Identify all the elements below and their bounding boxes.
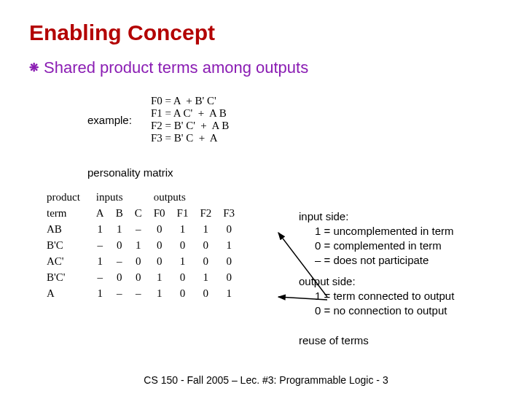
col-header-product: product: [47, 189, 90, 205]
col-header: F1: [171, 205, 195, 221]
matrix-cell: 0: [171, 237, 195, 253]
input-side-line: – = does not participate: [315, 253, 517, 268]
matrix-cell: 1: [90, 253, 110, 269]
slide-footer: CS 150 - Fall 2005 – Lec. #3: Programmab…: [0, 374, 532, 386]
matrix-cell: 0: [129, 253, 148, 269]
output-side-line: 1 = term connected to output: [315, 289, 517, 303]
term-cell: B'C: [47, 237, 90, 253]
matrix-cell: 1: [90, 285, 110, 301]
matrix-cell: 0: [194, 237, 217, 253]
personality-matrix-label: personality matrix: [87, 166, 503, 179]
equation-line: F2 = B' C' + A B: [151, 120, 229, 132]
matrix-cell: 1: [129, 237, 148, 253]
matrix-cell: 1: [217, 285, 240, 301]
matrix-cell: 0: [171, 285, 195, 301]
example-block: example: F0 = A + B' C' F1 = A C' + A B …: [87, 95, 503, 144]
matrix-cell: 0: [194, 285, 217, 301]
equations: F0 = A + B' C' F1 = A C' + A B F2 = B' C…: [151, 95, 229, 144]
matrix-cell: 1: [110, 221, 129, 237]
matrix-cell: –: [110, 285, 129, 301]
col-header: F3: [217, 205, 240, 221]
input-side-line: 1 = uncomplemented in term: [315, 224, 517, 239]
col-header: A: [90, 205, 110, 221]
col-header: C: [129, 205, 148, 221]
table-row: AC'1–00100: [47, 253, 240, 269]
matrix-cell: –: [129, 285, 148, 301]
matrix-cell: 1: [148, 269, 171, 285]
matrix-cell: 1: [148, 285, 171, 301]
table-row: B'C–010001: [47, 237, 240, 253]
example-label: example:: [87, 114, 132, 126]
equation-line: F3 = B' C + A: [151, 132, 229, 144]
equation-line: F0 = A + B' C': [151, 95, 229, 107]
matrix-cell: –: [90, 269, 110, 285]
col-header: F0: [148, 205, 171, 221]
col-group-outputs: outputs: [148, 189, 240, 205]
personality-matrix-table: product inputs outputs term A B C F0 F1 …: [47, 189, 240, 301]
matrix-cell: 1: [171, 253, 195, 269]
bullet-glyph-icon: ❋: [29, 63, 39, 73]
bullet-row: ❋ Shared product terms among outputs: [29, 58, 503, 77]
matrix-cell: 0: [217, 221, 240, 237]
matrix-cell: 1: [90, 221, 110, 237]
matrix-cell: –: [90, 237, 110, 253]
col-header: F2: [194, 205, 217, 221]
term-cell: AB: [47, 221, 90, 237]
col-header: B: [110, 205, 129, 221]
matrix-cell: 0: [148, 221, 171, 237]
col-header-term: term: [47, 205, 90, 221]
matrix-cell: –: [129, 221, 148, 237]
term-cell: A: [47, 285, 90, 301]
equation-line: F1 = A C' + A B: [151, 107, 229, 120]
matrix-cell: 0: [129, 269, 148, 285]
col-group-inputs: inputs: [90, 189, 148, 205]
term-cell: AC': [47, 253, 90, 269]
matrix-cell: 0: [148, 253, 171, 269]
matrix-cell: 1: [194, 269, 217, 285]
matrix-cell: 0: [110, 237, 129, 253]
output-side-line: 0 = no connection to output: [315, 303, 517, 318]
matrix-cell: 1: [217, 237, 240, 253]
matrix-cell: 1: [194, 221, 217, 237]
output-side-header: output side:: [299, 275, 517, 287]
matrix-cell: 0: [171, 269, 195, 285]
table-row: B'C'–001010: [47, 269, 240, 285]
matrix-cell: 0: [217, 253, 240, 269]
slide-title: Enabling Concept: [29, 20, 503, 45]
reuse-label: reuse of terms: [299, 334, 369, 346]
matrix-cell: 0: [194, 253, 217, 269]
table-row: A1––1001: [47, 285, 240, 301]
input-side-line: 0 = complemented in term: [315, 239, 517, 253]
bullet-text: Shared product terms among outputs: [44, 58, 308, 77]
matrix-cell: 0: [217, 269, 240, 285]
side-notes: input side: 1 = uncomplemented in term 0…: [299, 210, 517, 325]
input-side-header: input side:: [299, 210, 517, 222]
matrix-cell: 0: [110, 269, 129, 285]
matrix-cell: –: [110, 253, 129, 269]
term-cell: B'C': [47, 269, 90, 285]
matrix-cell: 1: [171, 221, 195, 237]
matrix-cell: 0: [148, 237, 171, 253]
table-row: AB11–0110: [47, 221, 240, 237]
